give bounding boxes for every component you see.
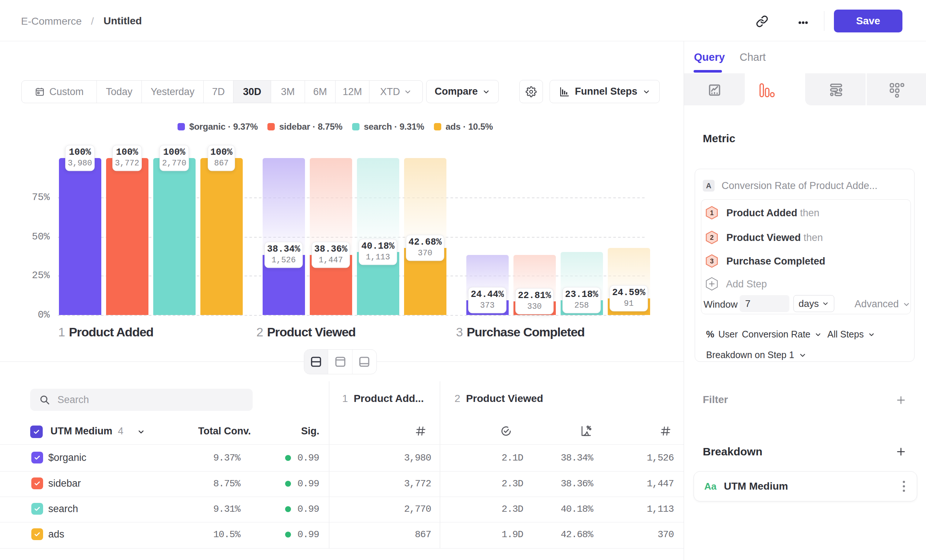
svg-text:1: 1 <box>710 209 713 216</box>
svg-text:2: 2 <box>710 234 713 241</box>
svg-text:3: 3 <box>710 257 713 265</box>
